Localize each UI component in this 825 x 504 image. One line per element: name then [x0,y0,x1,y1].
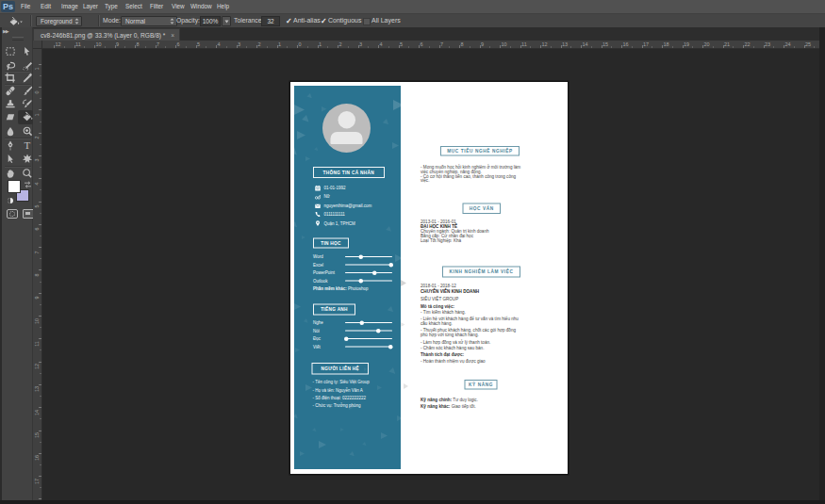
svg-text:T: T [24,140,30,152]
